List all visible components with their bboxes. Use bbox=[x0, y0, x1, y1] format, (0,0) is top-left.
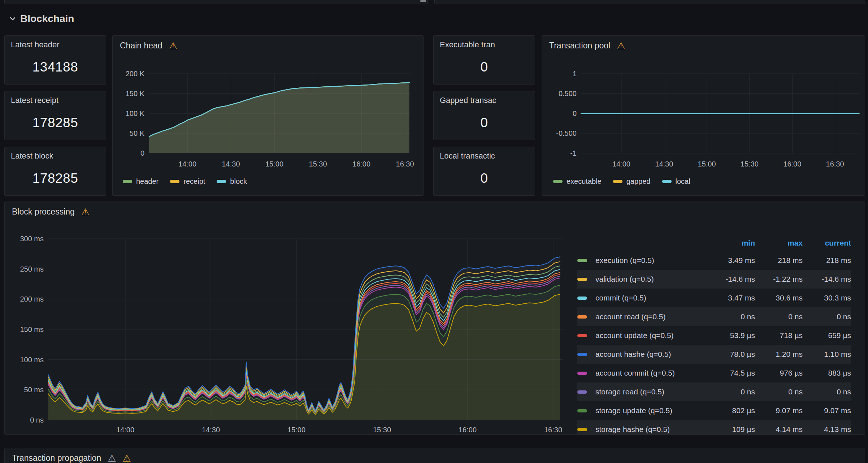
series-color-swatch bbox=[170, 180, 179, 183]
section-title: Blockchain bbox=[20, 13, 74, 25]
series-min: 3.49 ms bbox=[710, 256, 755, 265]
series-current: 0 ns bbox=[803, 312, 851, 321]
series-label: execution (q=0.5) bbox=[595, 256, 710, 265]
series-color-swatch bbox=[577, 372, 595, 375]
legend-column-max[interactable]: max bbox=[755, 239, 803, 247]
chevron-down-icon bbox=[9, 17, 16, 21]
legend-table-row[interactable]: account hashe (q=0.5)78.0 µs1.20 ms1.10 … bbox=[577, 345, 851, 364]
svg-text:150 K: 150 K bbox=[126, 90, 145, 98]
series-current: 30.3 ms bbox=[803, 294, 851, 302]
legend-table-row[interactable]: account commit (q=0.5)74.5 µs976 µs883 µ… bbox=[577, 364, 851, 382]
svg-text:16:00: 16:00 bbox=[783, 160, 801, 168]
warning-icon[interactable]: ⚠ bbox=[123, 454, 131, 463]
panel-transaction-pool: Transaction pool ⚠ 10.5000-0.500-114:001… bbox=[542, 35, 865, 196]
series-min: 0 ns bbox=[710, 312, 755, 321]
stat-panel-executable-transactions: Executable tran 0 bbox=[433, 35, 535, 85]
stat-title: Latest header bbox=[11, 40, 60, 49]
series-current: 9.07 ms bbox=[803, 406, 851, 415]
legend-item[interactable]: executable bbox=[553, 177, 602, 186]
svg-text:16:00: 16:00 bbox=[459, 426, 477, 434]
series-color-swatch bbox=[662, 180, 672, 183]
svg-text:-1: -1 bbox=[570, 149, 577, 157]
legend-item[interactable]: header bbox=[123, 177, 159, 186]
series-min: 74.5 µs bbox=[710, 369, 755, 377]
svg-text:15:00: 15:00 bbox=[287, 426, 305, 434]
cutoff-panel-top-left bbox=[4, 0, 428, 4]
stat-title: Local transactic bbox=[440, 151, 495, 161]
svg-text:14:00: 14:00 bbox=[178, 160, 196, 168]
legend-table-row[interactable]: execution (q=0.5)3.49 ms218 ms218 ms bbox=[577, 251, 851, 270]
legend-item[interactable]: gapped bbox=[613, 177, 651, 186]
section-header-blockchain[interactable]: Blockchain bbox=[9, 13, 74, 25]
series-label: storage update (q=0.5) bbox=[595, 406, 710, 415]
series-label: storage read (q=0.5) bbox=[595, 388, 710, 396]
series-max: 0 ns bbox=[755, 312, 803, 321]
stat-panel-latest-header: Latest header 134188 bbox=[4, 35, 106, 85]
legend-table-row[interactable]: storage hashe (q=0.5)109 µs4.14 ms4.13 m… bbox=[577, 420, 851, 434]
series-min: 109 µs bbox=[710, 425, 755, 434]
legend-table-row[interactable]: validation (q=0.5)-14.6 ms-1.22 ms-14.6 … bbox=[577, 270, 851, 289]
series-max: 4.14 ms bbox=[755, 425, 803, 434]
series-color-swatch bbox=[577, 259, 595, 262]
legend-column-min[interactable]: min bbox=[710, 239, 755, 247]
panel-transaction-propagation: Transaction propagation ⚠ ⚠ bbox=[4, 448, 865, 463]
series-max: 9.07 ms bbox=[755, 406, 803, 415]
series-min: 3.47 ms bbox=[710, 294, 755, 302]
svg-text:0: 0 bbox=[140, 149, 144, 157]
series-color-swatch bbox=[577, 428, 595, 431]
series-label: account hashe (q=0.5) bbox=[595, 350, 710, 359]
svg-text:300 ms: 300 ms bbox=[20, 235, 44, 243]
legend-item[interactable]: receipt bbox=[170, 177, 205, 186]
stat-title: Gapped transac bbox=[440, 96, 496, 105]
series-max: 976 µs bbox=[755, 369, 803, 377]
legend-table-row[interactable]: account read (q=0.5)0 ns0 ns0 ns bbox=[577, 307, 851, 326]
transaction-pool-chart[interactable]: 10.5000-0.500-114:0014:3015:0015:3016:00… bbox=[542, 36, 865, 195]
stat-value: 0 bbox=[434, 109, 535, 137]
panel-chain-head: Chain head ⚠ 200 K150 K100 K50 K014:0014… bbox=[112, 35, 424, 196]
series-current: 659 µs bbox=[803, 331, 851, 340]
series-color-swatch bbox=[577, 315, 595, 319]
stat-title: Executable tran bbox=[440, 40, 495, 49]
panel-block-processing: Block processing ⚠ 300 ms250 ms200 ms150… bbox=[4, 202, 865, 435]
series-color-swatch bbox=[577, 278, 595, 281]
svg-text:0 ns: 0 ns bbox=[30, 416, 44, 424]
stat-panel-local-transactions: Local transactic 0 bbox=[433, 147, 535, 196]
cutoff-panel-top-right bbox=[434, 0, 865, 4]
legend-item[interactable]: block bbox=[217, 177, 247, 186]
legend-table-header: minmaxcurrent bbox=[577, 235, 851, 251]
series-color-swatch bbox=[577, 390, 595, 394]
series-min: 0 ns bbox=[710, 388, 755, 396]
svg-text:200 K: 200 K bbox=[126, 70, 145, 78]
chart-legend: executablegappedlocal bbox=[553, 177, 690, 186]
series-current: 0 ns bbox=[803, 388, 851, 396]
series-current: 218 ms bbox=[803, 256, 851, 265]
series-min: 53.9 µs bbox=[710, 331, 755, 340]
svg-text:0: 0 bbox=[573, 109, 577, 117]
legend-table-row[interactable]: storage update (q=0.5)802 µs9.07 ms9.07 … bbox=[577, 401, 851, 420]
warning-icon-gray[interactable]: ⚠ bbox=[108, 454, 116, 463]
stat-panel-gapped-transactions: Gapped transac 0 bbox=[433, 91, 535, 140]
series-min: -14.6 ms bbox=[710, 275, 755, 284]
series-color-swatch bbox=[577, 409, 595, 412]
legend-column-current[interactable]: current bbox=[803, 239, 851, 247]
svg-text:16:30: 16:30 bbox=[396, 160, 414, 168]
series-max: -1.22 ms bbox=[755, 275, 803, 284]
series-current: -14.6 ms bbox=[803, 275, 851, 284]
series-label: validation (q=0.5) bbox=[595, 275, 710, 284]
stat-value: 0 bbox=[434, 164, 535, 192]
legend-table-row[interactable]: storage read (q=0.5)0 ns0 ns0 ns bbox=[577, 382, 851, 401]
legend-table-row[interactable]: commit (q=0.5)3.47 ms30.6 ms30.3 ms bbox=[577, 289, 851, 307]
series-color-swatch bbox=[613, 180, 622, 183]
series-color-swatch bbox=[553, 180, 563, 183]
svg-text:16:30: 16:30 bbox=[826, 160, 844, 168]
legend-table-row[interactable]: account update (q=0.5)53.9 µs718 µs659 µ… bbox=[577, 326, 851, 345]
series-current: 4.13 ms bbox=[803, 425, 851, 434]
series-max: 0 ns bbox=[755, 388, 803, 396]
legend-item[interactable]: local bbox=[662, 177, 690, 186]
svg-text:100 K: 100 K bbox=[126, 109, 145, 117]
svg-text:50 K: 50 K bbox=[130, 129, 145, 137]
svg-text:15:30: 15:30 bbox=[741, 160, 759, 168]
svg-text:14:00: 14:00 bbox=[612, 160, 630, 168]
scrollbar-thumb[interactable] bbox=[420, 0, 426, 2]
chain-head-chart[interactable]: 200 K150 K100 K50 K014:0014:3015:0015:30… bbox=[113, 36, 423, 195]
